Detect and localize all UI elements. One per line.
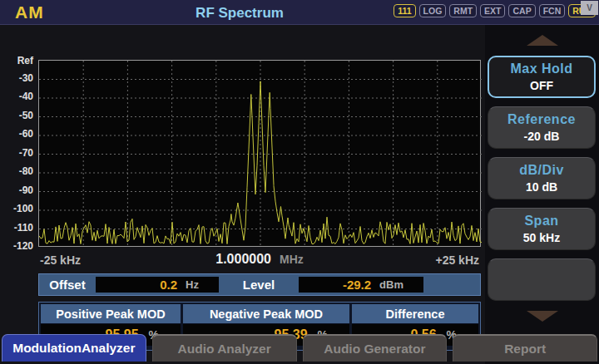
y-axis-tick: -110 [0,222,33,234]
offset-label: Offset [39,274,96,295]
y-axis-tick: -120 [0,240,33,252]
x-axis-left-label: -25 kHz [40,253,81,267]
softkey-value: 50 kHz [523,231,560,244]
softkey-value: -20 dB [524,130,560,143]
mod-column-header: Negative Peak MOD [183,304,349,323]
softkey-label: Reference [507,112,576,127]
level-unit: dBm [379,278,403,291]
softkey-db-div[interactable]: dB/Div 10 dB [488,157,596,199]
mod-column-header: Positive Peak MOD [41,304,181,323]
title-bar: AM RF Spectrum 111LOGRMTEXTCAPFCNRUN V [0,0,599,25]
tab-audio-analyzer[interactable]: Audio Analyzer [152,334,297,362]
scroll-up-arrow[interactable] [527,35,558,46]
softkey-blank[interactable] [488,258,596,301]
status-badge: RMT [449,4,477,17]
y-axis-tick: -70 [0,147,33,159]
y-axis-tick: -100 [0,203,33,214]
mod-column-header: Difference [352,304,478,323]
softkey-max-hold[interactable]: Max Hold OFF [488,56,596,98]
status-badge: EXT [480,4,505,17]
bottom-tab-bar: ModulationAnalyzerAudio AnalyzerAudio Ge… [0,334,599,362]
status-badge: FCN [539,4,566,17]
level-label: Level [219,274,299,295]
offset-unit: Hz [186,278,199,291]
readout-row: Offset 0.2 Hz Level -29.2 dBm [38,273,481,296]
tab-report[interactable]: Report [453,334,597,362]
status-badge: CAP [508,4,535,17]
softkey-value: 10 dB [526,180,557,194]
readout-spacer [423,274,480,295]
level-value: -29.2 [343,278,371,292]
offset-value: 0.2 [160,278,177,292]
status-badge: LOG [419,4,447,17]
tab-modulationanalyzer[interactable]: ModulationAnalyzer [2,334,146,362]
center-frequency-label: 1.000000 MHz [215,252,304,267]
y-axis-ref-label: Ref [0,55,33,66]
main-panel: Ref -30-40-50-60-70-80-90-100-110-120 -2… [0,25,485,364]
softkey-label: Max Hold [510,61,572,76]
y-axis-tick: -90 [0,184,33,196]
page-title: RF Spectrum [196,5,284,22]
spectrum-trace-svg [39,61,482,248]
offset-value-cell: 0.2 Hz [96,277,219,293]
y-axis-tick: -30 [0,72,33,84]
scroll-down-arrow[interactable] [527,311,558,322]
y-axis-tick: -50 [0,110,33,121]
x-axis-right-label: +25 kHz [435,253,479,267]
softkey-label: Span [524,214,558,229]
level-value-cell: -29.2 dBm [299,277,423,293]
spectrum-plot [38,60,481,247]
center-frequency-value: 1.000000 [215,252,271,267]
status-badge: 111 [394,4,415,17]
corner-expand-button[interactable]: V [581,1,598,15]
softkey-reference[interactable]: Reference -20 dB [488,106,596,149]
y-axis-tick: -60 [0,128,33,140]
tab-audio-generator[interactable]: Audio Generator [303,334,448,362]
softkey-span[interactable]: Span 50 kHz [488,208,596,250]
y-axis-tick: -40 [0,91,33,102]
x-axis-labels: -25 kHz 1.000000 MHz +25 kHz [38,252,481,268]
softkey-sidebar: Max Hold OFF Reference -20 dB dB/Div 10 … [485,25,599,364]
center-frequency-unit: MHz [280,253,304,266]
mode-indicator: AM [15,2,44,22]
softkey-value: OFF [530,79,553,92]
y-axis-tick: -80 [0,165,33,177]
status-badge-group: 111LOGRMTEXTCAPFCNRUN [394,4,596,17]
softkey-label: dB/Div [519,163,564,178]
